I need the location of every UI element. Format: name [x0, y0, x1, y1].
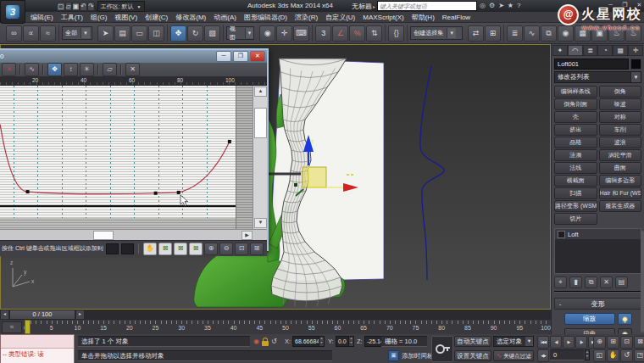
modifier-button-4-1[interactable]: 波浪 [599, 137, 642, 148]
modifier-button-8-1[interactable]: Hair 和 Fur (WSM [599, 187, 642, 199]
zoom-horizontal-extents-icon[interactable]: ⊠ [174, 243, 187, 255]
zoom-region-icon[interactable]: ◱ [593, 349, 606, 362]
menu-item-6[interactable]: 动画(A) [214, 13, 236, 22]
tab-create[interactable]: ✦ [552, 45, 568, 56]
modifier-button-6-0[interactable]: 法线 [554, 162, 597, 174]
stack-bulb-icon[interactable] [558, 231, 565, 238]
modifier-list-dropdown[interactable]: 修改器列表 ▼ [554, 71, 641, 83]
zoom-horizontal-icon[interactable]: ⊕ [204, 243, 218, 255]
move-control-point-icon[interactable]: ✥ [47, 63, 62, 76]
deformation-active-button[interactable]: 缩放 [564, 313, 615, 325]
search-flyout-icon[interactable]: ▸ [373, 3, 375, 9]
deformations-rollout-header[interactable]: - 变形 [554, 298, 641, 310]
snap-toggle-3d-icon[interactable]: 3 [315, 25, 331, 42]
frame-spinner[interactable]: ▲▼ [585, 349, 590, 360]
help-icon[interactable]: ? [517, 1, 520, 10]
auto-key-button[interactable]: 自动关键点 [454, 336, 491, 347]
menu-item-10[interactable]: MAXScript(X) [363, 14, 403, 21]
control-point-3[interactable] [177, 191, 180, 194]
new-scene-icon[interactable]: ▢ [57, 2, 65, 11]
modifier-button-5-0[interactable]: 涟漪 [554, 149, 597, 161]
previous-frame-icon[interactable]: ◀| [550, 336, 562, 349]
menu-item-11[interactable]: 帮助(H) [412, 13, 435, 22]
modifier-button-6-1[interactable]: 曲面 [599, 162, 642, 174]
next-frame-arrow-icon[interactable]: ▸ [75, 310, 85, 320]
search-communication-icon[interactable]: ◎ [480, 1, 486, 10]
menu-item-3[interactable]: 视图(V) [114, 13, 137, 22]
pin-stack-icon[interactable]: ⌖ [554, 276, 567, 288]
tab-motion[interactable]: ◔ [597, 45, 613, 56]
display-deformation-icon[interactable]: ∿ [25, 63, 39, 76]
select-and-rotate-icon[interactable]: ↻ [187, 25, 203, 42]
horizontal-scrollbar[interactable]: ▶ [0, 229, 267, 240]
isolate-selection-icon[interactable]: ◉ [253, 338, 259, 345]
previous-frame-arrow-icon[interactable]: ◂ [0, 310, 9, 320]
select-and-link-icon[interactable]: ∞ [6, 25, 22, 42]
point-y-field[interactable] [121, 243, 134, 254]
menu-item-12[interactable]: RealFlow [442, 14, 470, 21]
spinner-snap-icon[interactable]: ⇅ [366, 25, 382, 42]
maxscript-mini-listener[interactable]: -- 类型错误: 读 [0, 334, 75, 363]
modifier-button-8-0[interactable]: 扫描 [554, 187, 597, 199]
delete-control-point-icon[interactable]: ✕ [125, 63, 140, 76]
keyboard-override-icon[interactable]: ⌨ [293, 25, 309, 42]
panel-scrollbar[interactable] [641, 231, 644, 332]
search-input[interactable] [377, 1, 477, 11]
next-frame-icon[interactable]: |▶ [575, 336, 587, 349]
modifier-button-3-1[interactable]: 车削 [599, 124, 642, 136]
modifier-button-0-1[interactable]: 倒角 [599, 86, 642, 98]
zoom-vertical-icon[interactable]: ⊖ [219, 243, 233, 255]
favorites-star-icon[interactable]: ★ [508, 1, 514, 10]
zoom-icon[interactable]: ⊡ [235, 243, 248, 255]
modifier-button-7-0[interactable]: 横截面 [554, 175, 597, 187]
percent-snap-icon[interactable]: % [349, 25, 365, 42]
make-unique-icon[interactable]: ⧉ [585, 276, 597, 288]
modifier-button-10-0[interactable]: 切片 [554, 213, 597, 225]
absolute-offset-toggle-icon[interactable]: ↺ [271, 338, 277, 345]
save-file-icon[interactable]: ▣ [72, 2, 80, 11]
subscription-wrench-icon[interactable]: ⚙ [489, 1, 495, 10]
control-point-2[interactable] [154, 192, 158, 195]
zoom-extents-icon[interactable]: ⊡ [620, 336, 633, 349]
modifier-button-9-0[interactable]: 路径变形 (WSM) [554, 200, 597, 212]
dialog-title-bar[interactable]: 0 ─ ❐ ✕ [0, 50, 267, 63]
layer-manager-icon[interactable]: ≣ [507, 25, 523, 42]
key-filters-button[interactable]: ∿关键点过滤器... [493, 350, 534, 361]
edit-named-selections-icon[interactable]: {} [388, 25, 404, 42]
play-icon[interactable]: ▶ [563, 336, 575, 349]
use-pivot-center-icon[interactable]: ◉ [259, 25, 275, 42]
dialog-restore-button[interactable]: ❐ [233, 51, 248, 62]
current-frame-field[interactable]: 0 [550, 349, 584, 360]
tab-modify[interactable]: ◠ [568, 45, 583, 56]
zoom-extents-all-icon[interactable]: ⊠ [634, 336, 644, 349]
modifier-button-1-0[interactable]: 倒角剖面 [554, 98, 597, 110]
zoom-vertical-extents-icon[interactable]: ⊠ [189, 243, 203, 255]
named-selection-set-dropdown[interactable]: 创建选择集 ▼ [410, 26, 463, 40]
bind-to-spacewarp-icon[interactable]: ≈ [40, 25, 56, 42]
insert-corner-point-icon[interactable]: ✳ [80, 63, 94, 76]
zoom-icon[interactable]: ⊕ [593, 336, 606, 349]
modifier-button-4-0[interactable]: 晶格 [554, 137, 597, 148]
menu-item-0[interactable]: 编辑(E) [31, 13, 53, 22]
selection-lock-icon[interactable] [262, 341, 269, 346]
track-bar-ruler[interactable]: 0510152025303540455055606570758085909510… [24, 320, 549, 334]
orbit-icon[interactable]: ↺ [620, 349, 633, 362]
tab-display[interactable]: ▦ [613, 45, 628, 56]
window-crossing-icon[interactable]: ◫ [148, 25, 164, 42]
modifier-button-9-1[interactable]: 服装生成器 [599, 200, 642, 212]
object-color-swatch[interactable] [630, 59, 641, 70]
coord-y-field[interactable]: 0.0▲▼ [336, 336, 354, 347]
coord-x-field[interactable]: 68.66684▲▼ [292, 336, 325, 347]
scroll-right-icon[interactable]: ▶ [242, 231, 253, 240]
vertical-scrollbar[interactable]: ▲ ▼ [253, 86, 267, 229]
set-key-button[interactable]: 设置关键点 [454, 350, 491, 361]
menu-item-2[interactable]: 组(G) [91, 13, 108, 22]
object-name-field[interactable]: Loft001 [554, 59, 629, 70]
workspace-dropdown[interactable]: 工作区: 默认 ▼ [97, 1, 145, 12]
menu-item-1[interactable]: 工具(T) [61, 13, 83, 22]
select-object-icon[interactable]: ➤ [97, 25, 114, 42]
bulb-toggle-icon[interactable] [618, 313, 632, 325]
reference-coordinate-dropdown[interactable]: 视图 ▼ [226, 26, 254, 40]
selection-filter-dropdown[interactable]: 全部 ▼ [62, 26, 92, 40]
select-and-scale-icon[interactable]: ▧ [204, 25, 220, 42]
